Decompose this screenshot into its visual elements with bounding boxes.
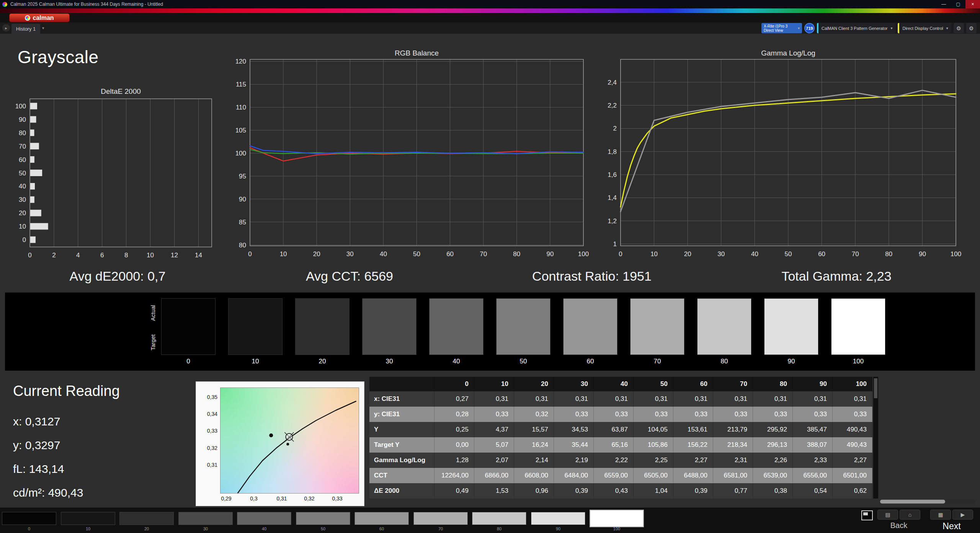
meter-select-button[interactable]: X-Rite i1Pro 3 Direct View ▾ — [761, 23, 802, 33]
cie-y-tick: 0,34 — [198, 411, 217, 417]
pattern-generator-button[interactable]: CalMAN Client 3 Pattern Generator ▾ — [817, 23, 895, 33]
home-tool-button[interactable]: ⌂ — [900, 510, 920, 520]
cie-measurement-point — [269, 433, 273, 437]
workflow-settings-button[interactable]: ⚙ — [966, 23, 977, 33]
layout-icon: ▤ — [885, 512, 890, 518]
reading-y: y: 0,3297 — [13, 439, 60, 452]
calman-flower-icon — [25, 15, 30, 21]
tick-label: 40 — [751, 250, 758, 258]
table-cell: 0,31 — [474, 391, 514, 407]
tab-history-1[interactable]: History 1 — [11, 24, 40, 34]
grid-tool-button[interactable]: ▦ — [930, 510, 951, 520]
tick-label: 100 — [578, 250, 589, 258]
table-cell: 2,27 — [833, 453, 872, 468]
table-row: Target Y0,005,0716,2435,4465,16105,86156… — [369, 437, 872, 453]
table-cell: 6608,00 — [514, 468, 554, 483]
table-cell: 2,27 — [673, 453, 713, 468]
scrollbar-handle[interactable] — [880, 500, 945, 504]
table-horizontal-scrollbar[interactable] — [880, 500, 975, 504]
table-cell: 0,31 — [793, 391, 833, 407]
table-cell: 490,43 — [833, 422, 872, 437]
table-cell: 2,25 — [634, 453, 673, 468]
close-button[interactable]: × — [965, 0, 980, 8]
tab-label: History 1 — [16, 26, 36, 32]
table-column-header: 80 — [753, 377, 793, 391]
tick-label: 2,4 — [608, 79, 617, 86]
pattern-level-button-30[interactable] — [178, 512, 233, 525]
deltae-chart-title: DeltaE 2000 — [30, 87, 212, 96]
device-toolbar: X-Rite i1Pro 3 Direct View ▾ 719 CalMAN … — [761, 23, 977, 33]
tick-label: 0 — [28, 252, 31, 259]
pattern-bar: ▤ ⌂ ▦ ▶ Back Next 0102030405060708090100 — [0, 508, 980, 533]
tick-label: 1,8 — [608, 148, 617, 155]
pattern-level-button-100[interactable] — [590, 510, 644, 527]
tick-label: 8 — [124, 252, 128, 259]
gear-icon: ⚙ — [956, 25, 961, 31]
calman-app-window: Calman 2025 Calman Ultimate for Business… — [0, 0, 980, 533]
table-row-label: x: CIE31 — [369, 391, 434, 407]
table-row-label: CCT — [369, 468, 434, 483]
tick-label: 60 — [818, 250, 825, 258]
cie-x-tick: 0,3 — [244, 495, 263, 502]
display-control-button[interactable]: Direct Display Control ▾ — [898, 23, 951, 33]
de-bar-30 — [30, 196, 35, 203]
table-cell: 0,31 — [634, 391, 673, 407]
gamma-chart-title: Gamma Log/Log — [621, 49, 956, 57]
minimize-button[interactable]: — — [936, 0, 951, 8]
pattern-level-button-20[interactable] — [119, 512, 174, 525]
pattern-level-button-0[interactable] — [2, 512, 56, 525]
maximize-button[interactable]: ▢ — [951, 0, 965, 8]
calman-logo-button[interactable]: calman — [9, 13, 70, 22]
tick-label: 40 — [19, 183, 26, 190]
tick-label: 20 — [684, 250, 691, 258]
pattern-level-button-50[interactable] — [296, 512, 350, 525]
table-row-label: y: CIE31 — [369, 407, 434, 422]
pattern-level-label: 60 — [354, 526, 409, 531]
table-cell: 65,16 — [594, 437, 634, 453]
pattern-level-button-80[interactable] — [472, 512, 526, 525]
table-cell: 0,33 — [474, 407, 514, 422]
history-nav-button[interactable]: ▸ — [2, 24, 10, 32]
pattern-level-button-40[interactable] — [237, 512, 291, 525]
table-cell: 0,54 — [793, 483, 833, 499]
pattern-level-button-90[interactable] — [531, 512, 585, 525]
play-tool-button[interactable]: ▶ — [952, 510, 973, 520]
table-cell: 0,33 — [673, 407, 713, 422]
table-column-header: 100 — [833, 377, 872, 391]
table-cell: 2,19 — [554, 453, 594, 468]
pattern-window-button[interactable] — [861, 510, 873, 520]
table-cell: 213,79 — [713, 422, 753, 437]
scrollbar-handle[interactable] — [874, 378, 877, 398]
swatch-level-label: 20 — [295, 358, 350, 365]
cie-measurement-point — [286, 443, 289, 446]
tick-label: 105 — [235, 127, 246, 134]
tab-dropdown-button[interactable]: ▾ — [42, 26, 44, 31]
table-cell: 1,53 — [474, 483, 514, 499]
table-corner-cell — [369, 377, 434, 391]
table-cell: 0,00 — [434, 437, 474, 453]
tick-label: 4 — [76, 252, 80, 259]
tick-label: 95 — [239, 173, 246, 180]
back-button[interactable]: Back — [877, 521, 920, 530]
layout-tool-button[interactable]: ▤ — [877, 510, 898, 520]
table-row-label: ΔE 2000 — [369, 483, 434, 499]
cie-y-tick: 0,35 — [198, 394, 217, 400]
table-cell: 0,27 — [434, 391, 474, 407]
settings-button[interactable]: ⚙ — [954, 23, 964, 33]
tick-label: 2 — [613, 125, 617, 132]
de-bar-80 — [30, 129, 34, 136]
chevron-down-icon: ▾ — [946, 26, 948, 30]
deltae-chart-svg: 024681012141009080706050403020100 — [30, 99, 212, 247]
table-cell: 15,57 — [514, 422, 554, 437]
swatch-level-label: 30 — [362, 358, 416, 365]
pattern-level-button-70[interactable] — [413, 512, 468, 525]
avg-de2000-stat: Avg dE2000: 0,7 — [70, 269, 166, 284]
grayscale-swatch-50 — [496, 298, 550, 355]
pattern-level-button-10[interactable] — [61, 512, 115, 525]
pattern-level-button-60[interactable] — [354, 512, 409, 525]
next-button[interactable]: Next — [930, 521, 973, 531]
table-cell: 0,33 — [594, 407, 634, 422]
table-vertical-scrollbar[interactable] — [873, 377, 878, 499]
tick-label: 50 — [19, 170, 26, 177]
rgb-balance-chart: 0102030405060708090100808590951001051101… — [250, 59, 583, 246]
